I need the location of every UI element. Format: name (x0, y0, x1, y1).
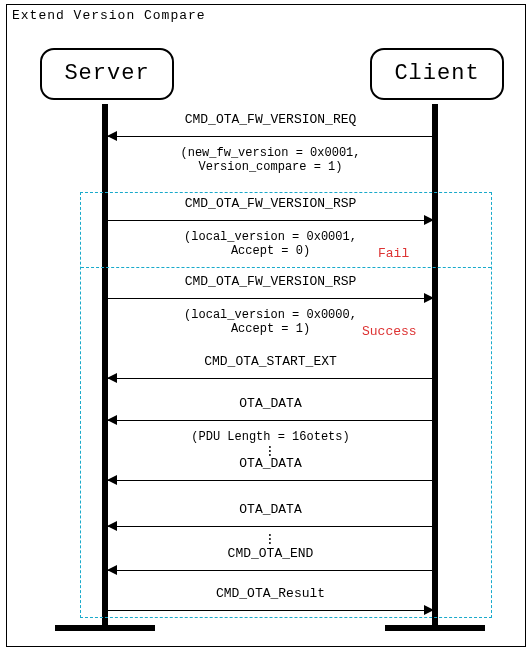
vdots-icon: ··· (264, 534, 276, 546)
diagram-title: Extend Version Compare (12, 8, 206, 23)
arrow-left-icon (108, 564, 433, 578)
arrow-right-icon (108, 214, 433, 228)
lifeline-client-foot (385, 625, 485, 631)
msg-label: CMD_OTA_Result (108, 586, 433, 602)
msg-label: CMD_OTA_FW_VERSION_RSP (108, 274, 433, 290)
msg-label: CMD_OTA_START_EXT (108, 354, 433, 370)
msg-label: OTA_DATA (108, 456, 433, 472)
actor-client: Client (370, 48, 504, 100)
msg-label: OTA_DATA (108, 502, 433, 518)
msg-ota-data-2: OTA_DATA (108, 456, 433, 488)
arrow-left-icon (108, 372, 433, 386)
actor-server-label: Server (64, 61, 149, 86)
annotation-fail: Fail (378, 246, 409, 261)
msg-fw-version-req: CMD_OTA_FW_VERSION_REQ (new_fw_version =… (108, 112, 433, 174)
arrow-left-icon (108, 414, 433, 428)
msg-label: CMD_OTA_FW_VERSION_RSP (108, 196, 433, 212)
actor-client-label: Client (394, 61, 479, 86)
msg-sub: (new_fw_version = 0x0001, Version_compar… (108, 146, 433, 174)
arrow-right-icon (108, 292, 433, 306)
msg-label: CMD_OTA_END (108, 546, 433, 562)
arrow-left-icon (108, 130, 433, 144)
arrow-right-icon (108, 604, 433, 618)
msg-label: CMD_OTA_FW_VERSION_REQ (108, 112, 433, 128)
arrow-left-icon (108, 474, 433, 488)
msg-ota-end: CMD_OTA_END (108, 546, 433, 578)
msg-start-ext: CMD_OTA_START_EXT (108, 354, 433, 386)
alt-separator (81, 267, 491, 268)
sequence-diagram: Extend Version Compare Server Client CMD… (0, 0, 530, 651)
annotation-success: Success (362, 324, 417, 339)
msg-ota-data-1: OTA_DATA (PDU Length = 16otets) (108, 396, 433, 444)
msg-ota-result: CMD_OTA_Result (108, 586, 433, 618)
actor-server: Server (40, 48, 174, 100)
msg-label: OTA_DATA (108, 396, 433, 412)
lifeline-server-foot (55, 625, 155, 631)
